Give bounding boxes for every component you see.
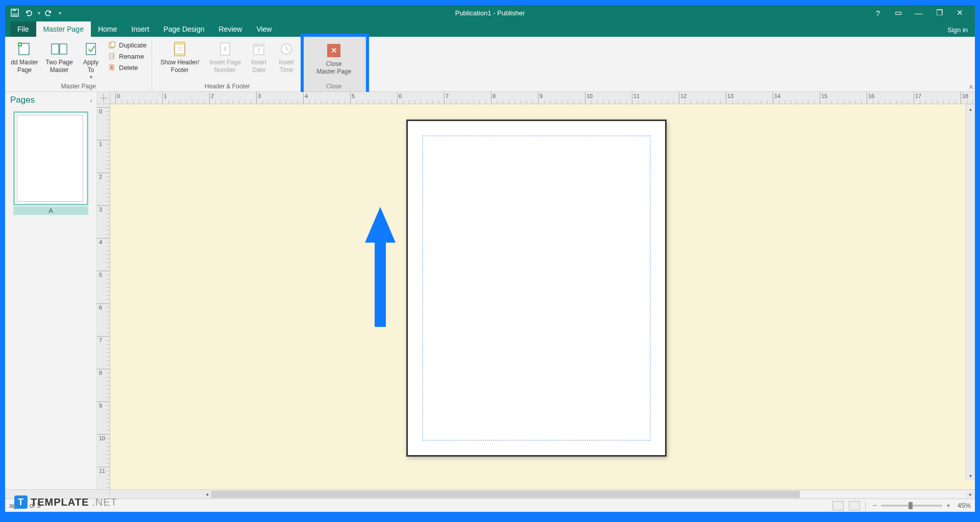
qat-customize-icon[interactable]: ▾ <box>59 10 61 16</box>
duplicate-button[interactable]: Duplicate <box>106 40 149 50</box>
close-master-page-label: Close Master Page <box>316 60 351 76</box>
svg-rect-10 <box>110 54 114 59</box>
insert-date-button[interactable]: 7 Insert Date <box>246 39 272 74</box>
ruler-h-number: 7 <box>446 93 449 99</box>
svg-rect-2 <box>12 13 17 16</box>
rename-label: Rename <box>119 53 144 60</box>
ruler-v-number: 11 <box>99 468 105 474</box>
ruler-h-number: 12 <box>680 93 687 99</box>
svg-rect-5 <box>52 44 59 54</box>
tab-file[interactable]: File <box>10 21 36 37</box>
ruler-v-number: 1 <box>99 141 102 147</box>
two-page-master-label: Two Page Master <box>45 59 72 74</box>
ruler-h-number: 6 <box>399 93 402 99</box>
restore-icon[interactable]: ❐ <box>934 8 944 17</box>
ruler-h-number: 3 <box>258 93 261 99</box>
canvas[interactable] <box>110 104 975 489</box>
sign-in-link[interactable]: Sign in <box>940 23 975 37</box>
tab-review[interactable]: Review <box>211 21 249 37</box>
pages-panel-title: Pages <box>10 95 35 105</box>
close-master-page-icon: ✕ <box>327 42 340 59</box>
svg-text:#: # <box>224 45 227 53</box>
status-bar: age: 1 of 3 − + 45% <box>5 499 975 512</box>
apply-to-button[interactable]: Apply To ▾ <box>78 39 104 81</box>
view-two-page-button[interactable] <box>849 501 860 510</box>
ruler-h-number: 0 <box>117 93 120 99</box>
scroll-left-icon[interactable]: ◂ <box>202 490 211 499</box>
collapse-ribbon-icon[interactable]: ʌ <box>969 83 973 90</box>
redo-icon[interactable] <box>44 8 54 17</box>
vertical-scrollbar[interactable]: ▴ ▾ <box>966 104 975 480</box>
ruler-h-number: 16 <box>868 93 874 99</box>
zoom-slider[interactable] <box>881 505 942 507</box>
rename-button[interactable]: Rename <box>106 51 149 61</box>
insert-page-number-button[interactable]: # Insert Page Number <box>206 39 244 74</box>
ruler-v-number: 2 <box>99 174 102 180</box>
chevron-down-icon: ▾ <box>90 74 92 81</box>
ribbon-display-options-icon[interactable]: ▭ <box>893 8 903 17</box>
zoom-in-icon[interactable]: + <box>944 502 952 509</box>
add-master-page-label: dd Master Page <box>11 59 38 74</box>
ruler-v-number: 5 <box>99 272 102 278</box>
group-close: ✕ Close Master Page Close <box>303 37 365 91</box>
horizontal-scrollbar-row: ◂ ▸ <box>5 489 975 499</box>
undo-dropdown-icon[interactable]: ▾ <box>38 10 40 16</box>
tab-insert[interactable]: Insert <box>124 21 156 37</box>
show-header-footer-button[interactable]: Show Header/ Footer <box>155 39 204 74</box>
page-number-icon: # <box>219 40 231 58</box>
ribbon-tabs: File Master Page Home Insert Page Design… <box>5 20 975 37</box>
group-master-page-label: Master Page <box>61 82 96 91</box>
tab-home[interactable]: Home <box>91 21 124 37</box>
ruler-h-number: 11 <box>633 93 640 99</box>
title-bar: ▾ ▾ Publication1 - Publisher ? ▭ — ❐ ✕ <box>5 5 975 20</box>
zoom-percent-label[interactable]: 45% <box>958 502 971 509</box>
save-icon[interactable] <box>10 8 19 17</box>
horizontal-scrollbar[interactable]: ◂ ▸ <box>110 490 975 499</box>
add-master-page-button[interactable]: dd Master Page <box>8 39 41 74</box>
scroll-down-icon[interactable]: ▾ <box>966 471 975 480</box>
view-single-page-button[interactable] <box>832 501 844 510</box>
scroll-up-icon[interactable]: ▴ <box>966 104 975 113</box>
vertical-ruler[interactable]: 01234567891011 <box>97 104 110 489</box>
horizontal-ruler[interactable]: 0123456789101112131415161718 <box>110 92 975 104</box>
rename-icon <box>108 52 116 60</box>
watermark-logo-icon: T <box>14 495 28 509</box>
scroll-right-icon[interactable]: ▸ <box>966 490 975 499</box>
ruler-h-number: 2 <box>211 93 214 99</box>
page[interactable] <box>406 120 667 457</box>
quick-access-toolbar: ▾ ▾ <box>5 8 61 17</box>
tab-view[interactable]: View <box>249 21 279 37</box>
minimize-icon[interactable]: — <box>914 9 924 17</box>
ruler-v-number: 10 <box>99 435 105 441</box>
help-icon[interactable]: ? <box>873 9 883 17</box>
svg-rect-13 <box>175 42 185 45</box>
two-page-master-button[interactable]: Two Page Master <box>43 39 76 74</box>
undo-icon[interactable] <box>23 8 33 17</box>
ruler-h-number: 4 <box>305 93 308 99</box>
insert-time-button[interactable]: Insert Time <box>274 39 299 74</box>
ruler-h-number: 8 <box>493 93 496 99</box>
ruler-h-number: 18 <box>962 93 968 99</box>
delete-label: Delete <box>119 64 138 72</box>
close-window-icon[interactable]: ✕ <box>954 8 965 17</box>
ruler-h-number: 17 <box>915 93 921 99</box>
page-thumbnail[interactable]: A <box>5 107 96 219</box>
calendar-icon: 7 <box>253 40 265 58</box>
delete-button[interactable]: Delete <box>106 62 149 73</box>
insert-time-label: Insert Time <box>279 59 294 74</box>
svg-rect-6 <box>60 44 67 54</box>
tab-page-design[interactable]: Page Design <box>156 21 211 37</box>
clock-icon <box>280 40 292 58</box>
svg-rect-7 <box>86 43 95 55</box>
collapse-pages-panel-icon[interactable]: ‹ <box>90 97 92 104</box>
watermark: T TEMPLATE.NET <box>14 495 117 509</box>
hscroll-thumb[interactable] <box>211 491 800 498</box>
zoom-control: − + <box>871 502 952 509</box>
canvas-area: 0123456789101112131415161718 01234567891… <box>97 92 975 489</box>
close-master-page-button[interactable]: ✕ Close Master Page <box>306 39 362 76</box>
zoom-out-icon[interactable]: − <box>871 502 879 509</box>
ruler-corner <box>97 92 110 104</box>
ruler-h-number: 15 <box>821 93 827 99</box>
tab-master-page[interactable]: Master Page <box>36 21 91 37</box>
ruler-v-number: 4 <box>99 239 102 245</box>
